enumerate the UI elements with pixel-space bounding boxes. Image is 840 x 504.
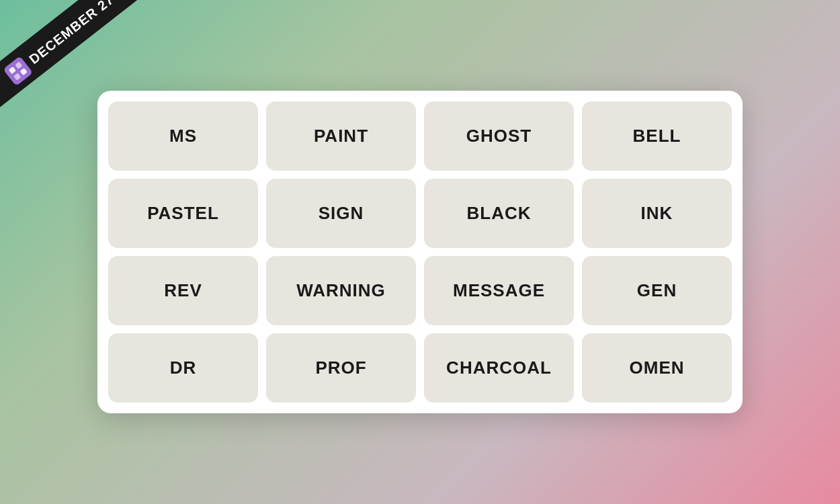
grid-item-omen[interactable]: OMEN (582, 333, 732, 403)
svg-rect-1 (15, 61, 22, 69)
banner-date: DECEMBER 27 (26, 0, 117, 67)
grid-item-label-black: BLACK (467, 203, 532, 224)
grid-item-paint[interactable]: PAINT (266, 101, 416, 171)
grid-item-label-pastel: PASTEL (147, 203, 219, 224)
grid-item-label-message: MESSAGE (453, 280, 545, 301)
svg-rect-3 (20, 68, 28, 75)
grid-item-label-rev: REV (164, 280, 202, 301)
grid-item-dr[interactable]: DR (108, 333, 258, 403)
grid-item-charcoal[interactable]: CHARCOAL (424, 333, 574, 403)
grid-item-label-ink: INK (641, 203, 673, 224)
grid-item-label-gen: GEN (637, 280, 677, 301)
grid-item-warning[interactable]: WARNING (266, 256, 416, 325)
grid-item-prof[interactable]: PROF (266, 333, 416, 403)
svg-rect-2 (13, 73, 21, 80)
grid-item-label-sign: SIGN (319, 203, 364, 224)
grid-item-ms[interactable]: MS (108, 101, 258, 171)
grid-item-label-warning: WARNING (296, 280, 386, 301)
grid-item-message[interactable]: MESSAGE (424, 256, 574, 325)
grid-item-label-ms: MS (169, 126, 197, 146)
grid-item-label-charcoal: CHARCOAL (446, 358, 552, 378)
grid-item-sign[interactable]: SIGN (266, 179, 416, 248)
grid-item-ghost[interactable]: GHOST (424, 101, 574, 171)
grid-item-black[interactable]: BLACK (424, 179, 574, 248)
grid-item-label-ghost: GHOST (466, 126, 532, 146)
grid-item-pastel[interactable]: PASTEL (108, 179, 258, 248)
grid-item-ink[interactable]: INK (582, 179, 732, 248)
svg-rect-0 (9, 67, 16, 74)
app-icon (3, 56, 34, 86)
grid-item-label-dr: DR (170, 358, 197, 378)
grid-item-label-omen: OMEN (630, 358, 685, 378)
main-card: MSPAINTGHOSTBELLPASTELSIGNBLACKINKREVWAR… (97, 91, 743, 413)
grid-item-label-prof: PROF (315, 358, 366, 378)
word-grid: MSPAINTGHOSTBELLPASTELSIGNBLACKINKREVWAR… (108, 101, 732, 403)
grid-item-label-paint: PAINT (314, 126, 368, 146)
grid-item-gen[interactable]: GEN (582, 256, 732, 325)
corner-banner: DECEMBER 27 (0, 0, 188, 108)
grid-item-label-bell: BELL (633, 126, 681, 146)
grid-item-rev[interactable]: REV (108, 256, 258, 325)
grid-item-bell[interactable]: BELL (582, 101, 732, 171)
